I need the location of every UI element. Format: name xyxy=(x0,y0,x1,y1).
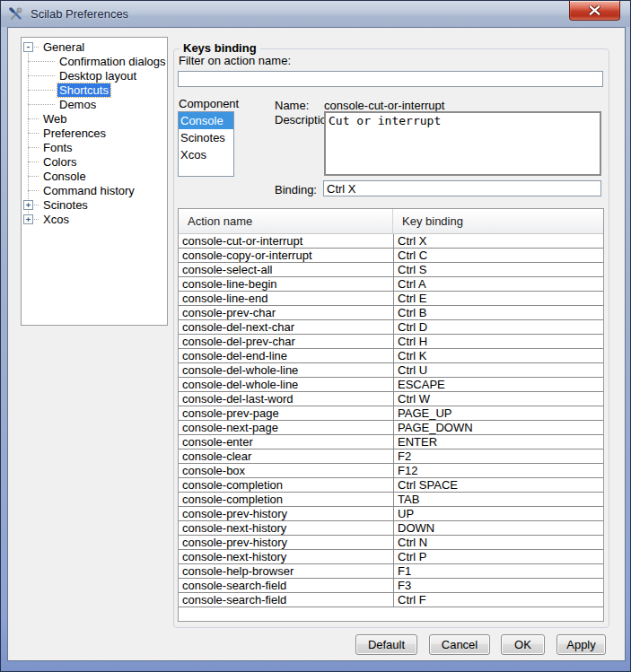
tree-item-scinotes[interactable]: +Scinotes xyxy=(22,197,167,212)
key-binding-cell: F3 xyxy=(393,579,603,592)
table-row[interactable]: console-next-historyCtrl P xyxy=(179,550,603,564)
table-row[interactable]: console-prev-historyUP xyxy=(179,507,603,521)
table-header-binding[interactable]: Key binding xyxy=(393,209,603,234)
action-name-cell: console-completion xyxy=(179,493,393,506)
table-row[interactable]: console-line-beginCtrl A xyxy=(179,277,603,292)
table-row[interactable]: console-next-historyDOWN xyxy=(179,521,603,536)
cancel-button[interactable]: Cancel xyxy=(429,634,490,655)
binding-input[interactable] xyxy=(323,180,601,196)
scilab-preferences-window: Scilab Preferences -GeneralConfirmation … xyxy=(0,0,631,672)
default-button[interactable]: Default xyxy=(355,634,417,655)
table-row[interactable]: console-next-pagePAGE_DOWN xyxy=(179,421,603,435)
table-row[interactable]: console-del-next-charCtrl D xyxy=(179,320,603,335)
keys-binding-group: Keys binding Filter on action name: Comp… xyxy=(173,48,609,628)
table-row[interactable]: console-del-end-lineCtrl K xyxy=(179,349,603,363)
tree-item-label: General xyxy=(41,40,86,54)
action-name-cell: console-cut-or-interrupt xyxy=(179,234,393,248)
tree-item-preferences[interactable]: Preferences xyxy=(22,126,167,140)
tree-connector-stub xyxy=(28,190,39,191)
tree-item-label: Fonts xyxy=(41,141,74,154)
key-binding-cell: Ctrl K xyxy=(393,349,603,362)
action-name-cell: console-prev-history xyxy=(179,536,393,549)
action-name-cell: console-del-end-line xyxy=(179,349,393,362)
expand-icon[interactable]: + xyxy=(23,214,33,224)
ok-button[interactable]: OK xyxy=(501,634,545,655)
tree-item-demos[interactable]: Demos xyxy=(22,97,167,111)
key-binding-cell: PAGE_UP xyxy=(393,406,603,420)
filter-label: Filter on action name: xyxy=(179,54,291,67)
close-icon xyxy=(589,5,600,15)
action-name-cell: console-next-history xyxy=(179,521,393,535)
key-binding-cell: F2 xyxy=(393,449,603,463)
tree-item-label: Colors xyxy=(41,155,79,169)
action-name-cell: console-help-browser xyxy=(179,564,393,578)
action-name-cell: console-prev-char xyxy=(179,306,393,319)
action-name-cell: console-del-last-word xyxy=(179,392,393,406)
apply-button[interactable]: Apply xyxy=(557,634,606,655)
table-row[interactable]: console-prev-pagePAGE_UP xyxy=(179,406,603,421)
action-name-cell: console-next-page xyxy=(179,421,393,434)
tree-item-label: Scinotes xyxy=(41,198,90,212)
action-name-cell: console-del-prev-char xyxy=(179,335,393,348)
table-row[interactable]: console-del-whole-lineCtrl U xyxy=(179,363,603,378)
dialog-content: -GeneralConfirmation dialogsDesktop layo… xyxy=(7,27,626,661)
table-row[interactable]: console-line-endCtrl E xyxy=(179,292,603,306)
table-row[interactable]: console-completionTAB xyxy=(179,493,603,507)
table-row[interactable]: console-search-fieldCtrl F xyxy=(179,593,603,607)
tree-item-fonts[interactable]: Fonts xyxy=(22,140,167,154)
close-button[interactable] xyxy=(569,1,620,21)
component-item-scinotes[interactable]: Scinotes xyxy=(179,129,233,146)
key-binding-cell: Ctrl SPACE xyxy=(393,478,603,492)
table-header-action[interactable]: Action name xyxy=(179,209,393,234)
tree-item-shortcuts[interactable]: Shortcuts xyxy=(22,83,167,97)
tree-item-general[interactable]: -General xyxy=(22,39,167,54)
collapse-icon[interactable]: - xyxy=(23,42,33,52)
key-binding-cell: ENTER xyxy=(393,435,603,449)
table-row[interactable]: console-cut-or-interruptCtrl X xyxy=(179,234,603,249)
table-row[interactable]: console-select-allCtrl S xyxy=(179,263,603,277)
description-textarea[interactable]: Cut or interrupt xyxy=(324,111,601,176)
table-header: Action name Key binding xyxy=(179,209,603,234)
tree-connector-stub xyxy=(28,118,39,119)
component-item-console[interactable]: Console xyxy=(179,112,233,129)
key-binding-cell: Ctrl W xyxy=(393,392,603,406)
action-name-cell: console-del-whole-line xyxy=(179,378,393,391)
table-row[interactable]: console-prev-historyCtrl N xyxy=(179,536,603,550)
tree-item-confirmation-dialogs[interactable]: Confirmation dialogs xyxy=(22,54,167,68)
table-row[interactable]: console-copy-or-interruptCtrl C xyxy=(179,249,603,263)
table-row[interactable]: console-enterENTER xyxy=(179,435,603,449)
table-row[interactable]: console-boxF12 xyxy=(179,464,603,478)
action-name-cell: console-enter xyxy=(179,435,393,449)
table-row[interactable]: console-completionCtrl SPACE xyxy=(179,478,603,493)
tree-item-label: Confirmation dialogs xyxy=(57,55,168,68)
tree-item-colors[interactable]: Colors xyxy=(22,154,167,169)
tree-item-xcos[interactable]: +Xcos xyxy=(22,212,167,226)
component-item-xcos[interactable]: Xcos xyxy=(179,146,233,163)
table-row[interactable]: console-prev-charCtrl B xyxy=(179,306,603,320)
tree-item-console[interactable]: Console xyxy=(22,169,167,183)
expand-icon[interactable]: + xyxy=(23,200,33,210)
key-binding-cell: Ctrl C xyxy=(393,249,603,262)
window-title: Scilab Preferences xyxy=(31,7,128,21)
tree-item-web[interactable]: Web xyxy=(22,111,167,126)
action-name-cell: console-box xyxy=(179,464,393,477)
table-row[interactable]: console-del-last-wordCtrl W xyxy=(179,392,603,406)
key-binding-cell: PAGE_DOWN xyxy=(393,421,603,434)
table-row[interactable]: console-del-whole-lineESCAPE xyxy=(179,378,603,392)
shortcuts-table: Action name Key binding console-cut-or-i… xyxy=(178,208,604,622)
titlebar[interactable]: Scilab Preferences xyxy=(1,1,630,27)
tree-item-desktop-layout[interactable]: Desktop layout xyxy=(22,68,167,83)
key-binding-cell: Ctrl D xyxy=(393,320,603,334)
table-row[interactable]: console-search-fieldF3 xyxy=(179,579,603,593)
tree-item-command-history[interactable]: Command history xyxy=(22,183,167,197)
action-name-cell: console-line-begin xyxy=(179,277,393,291)
key-binding-cell: DOWN xyxy=(393,521,603,535)
key-binding-cell: Ctrl X xyxy=(393,234,603,248)
table-row[interactable]: console-del-prev-charCtrl H xyxy=(179,335,603,349)
tree-connector-stub xyxy=(28,133,39,134)
group-title: Keys binding xyxy=(180,41,260,55)
table-row[interactable]: console-help-browserF1 xyxy=(179,564,603,579)
tree-connector-stub xyxy=(28,61,55,62)
table-row[interactable]: console-clearF2 xyxy=(179,449,603,464)
filter-input[interactable] xyxy=(178,71,603,87)
